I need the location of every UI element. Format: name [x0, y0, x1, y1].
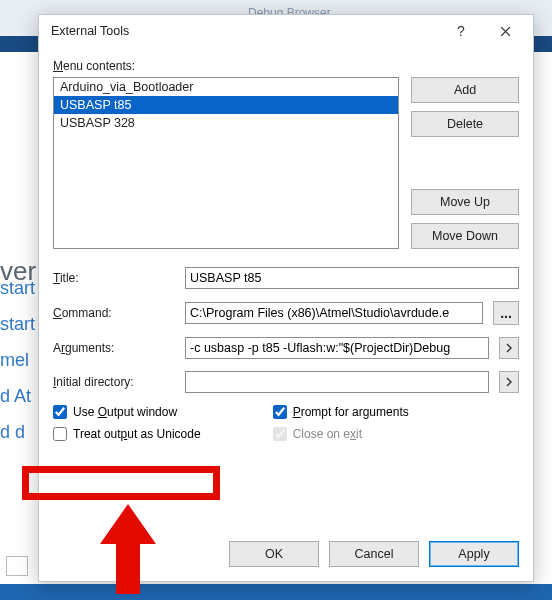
form: Title: Command: ... Arguments: Initial d…: [53, 267, 519, 393]
list-buttons: Add Delete Move Up Move Down: [411, 77, 519, 249]
menu-contents-label: Menu contents:: [53, 59, 519, 73]
treat-as-unicode-label: Treat output as Unicode: [73, 427, 201, 441]
initial-dir-menu-button[interactable]: [499, 371, 519, 393]
close-on-exit-checkbox: Close on exit: [273, 427, 409, 441]
titlebar: External Tools ?: [39, 15, 533, 47]
apply-button[interactable]: Apply: [429, 541, 519, 567]
prompt-for-args-input[interactable]: [273, 405, 287, 419]
list-item[interactable]: Arduino_via_Bootloader: [54, 78, 398, 96]
close-on-exit-input: [273, 427, 287, 441]
dialog-title: External Tools: [51, 24, 439, 38]
external-tools-dialog: External Tools ? Menu contents: Arduino_…: [38, 14, 534, 582]
arguments-menu-button[interactable]: [499, 337, 519, 359]
prompt-for-args-checkbox[interactable]: Prompt for arguments: [273, 405, 409, 419]
move-up-button[interactable]: Move Up: [411, 189, 519, 215]
dialog-content: Menu contents: Arduino_via_Bootloader US…: [39, 47, 533, 581]
arguments-field[interactable]: [185, 337, 489, 359]
use-output-window-input[interactable]: [53, 405, 67, 419]
initial-dir-field[interactable]: [185, 371, 489, 393]
delete-button[interactable]: Delete: [411, 111, 519, 137]
list-item[interactable]: USBASP 328: [54, 114, 398, 132]
move-down-button[interactable]: Move Down: [411, 223, 519, 249]
prompt-for-args-label: Prompt for arguments: [293, 405, 409, 419]
bg-statusbar: [0, 584, 552, 600]
title-label: Title:: [53, 271, 175, 285]
close-icon: [500, 26, 511, 37]
use-output-window-checkbox[interactable]: Use Output window: [53, 405, 201, 419]
menu-contents-listbox[interactable]: Arduino_via_Bootloader USBASP t85 USBASP…: [53, 77, 399, 249]
command-label: Command:: [53, 306, 175, 320]
chevron-right-icon: [505, 377, 513, 387]
treat-as-unicode-checkbox[interactable]: Treat output as Unicode: [53, 427, 201, 441]
checkbox-area: Use Output window Treat output as Unicod…: [53, 405, 519, 441]
add-button[interactable]: Add: [411, 77, 519, 103]
use-output-window-label: Use Output window: [73, 405, 177, 419]
close-on-exit-label: Close on exit: [293, 427, 362, 441]
help-button[interactable]: ?: [439, 16, 483, 46]
bg-left-text: start start mel d At d d: [0, 270, 35, 450]
help-icon: ?: [457, 23, 465, 39]
title-field[interactable]: [185, 267, 519, 289]
chevron-right-icon: [505, 343, 513, 353]
browse-command-button[interactable]: ...: [493, 301, 519, 325]
list-item[interactable]: USBASP t85: [54, 96, 398, 114]
command-field[interactable]: [185, 302, 483, 324]
arguments-label: Arguments:: [53, 341, 175, 355]
ok-button[interactable]: OK: [229, 541, 319, 567]
bg-dropdown: [6, 556, 28, 576]
treat-as-unicode-input[interactable]: [53, 427, 67, 441]
initial-dir-label: Initial directory:: [53, 375, 175, 389]
dialog-buttons: OK Cancel Apply: [229, 541, 519, 567]
close-button[interactable]: [483, 16, 527, 46]
cancel-button[interactable]: Cancel: [329, 541, 419, 567]
